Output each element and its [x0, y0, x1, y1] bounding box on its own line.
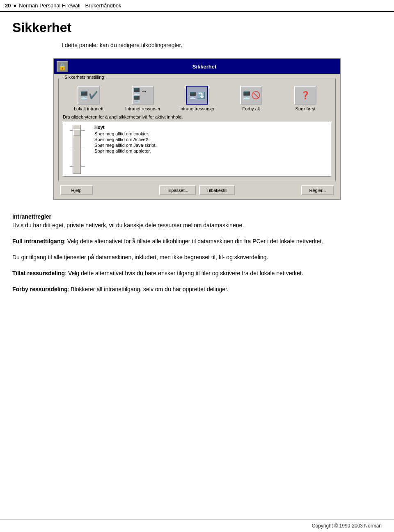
- security-group-box: Sikkerhetsinnstilling 🖥️✔️ Lokalt intran…: [58, 78, 336, 181]
- level-title: Høyt: [94, 125, 328, 130]
- section-intranettregler: Intranettregler Hvis du har ditt eget, p…: [12, 212, 382, 230]
- dialog-bottom-buttons: Hjelp Tilpasset... Tilbakestill Regler..…: [58, 185, 336, 195]
- regler-button[interactable]: Regler...: [301, 185, 334, 195]
- slider-tick-mid-right: —: [81, 146, 85, 150]
- section-body-forby: : Blokkerer all intranettilgang, selv om…: [68, 286, 229, 292]
- dialog-titlebar: 🔒 Sikkerhet: [54, 59, 340, 74]
- slider-desc-area: — — — — — — Høyt Spør meg alltid om cook…: [63, 122, 331, 177]
- tilpasset-button[interactable]: Tilpasset...: [159, 185, 196, 195]
- slider-visual[interactable]: — — — — — —: [73, 125, 81, 174]
- slider-tick-top-right: —: [81, 128, 85, 132]
- tilbakestill-button[interactable]: Tilbakestill: [199, 185, 235, 195]
- lock-icon: 🔒: [58, 63, 66, 71]
- intro-text: I dette panelet kan du redigere tilkobli…: [62, 42, 382, 48]
- sec-btn-label-3: Forby alt: [243, 106, 260, 111]
- dialog-title-text: Sikkerhet: [71, 64, 337, 70]
- sec-btn-intranett2[interactable]: 🖥️⤵️ Intranettressurser: [172, 86, 222, 111]
- section-body-full-intranett: : Velg dette alternativet for å tillate …: [64, 238, 323, 244]
- page-title: Sikkerhet: [12, 20, 382, 35]
- slider-tick-bot: —: [70, 164, 73, 168]
- sec-btn-label-1: Intranettressurser: [125, 106, 160, 111]
- footer: Copyright © 1990-2003 Norman: [0, 519, 394, 532]
- section-full-intranett-detail: Du gir tilgang til alle tjenester på dat…: [12, 253, 382, 262]
- sec-btn-lokalt-intranett[interactable]: 🖥️✔️ Lokalt intranett: [64, 86, 113, 111]
- sec-btn-icon-4: ❓: [294, 86, 316, 105]
- main-content: Sikkerhet I dette panelet kan du rediger…: [0, 12, 394, 326]
- slider-item-4: Spør meg alltid om appleter.: [94, 148, 328, 153]
- help-button[interactable]: Hjelp: [60, 185, 93, 195]
- page-number: 20: [5, 2, 11, 9]
- slider-tick-top: —: [70, 128, 73, 132]
- section-body-detail: Du gir tilgang til alle tjenester på dat…: [12, 254, 268, 260]
- sec-btn-spor-forst[interactable]: ❓ Spør først: [281, 86, 330, 111]
- slider-description: Høyt Spør meg alltid om cookier. Spør me…: [94, 125, 328, 174]
- section-forby-ressursdeling: Forby ressursdeling: Blokkerer all intra…: [12, 285, 382, 294]
- center-buttons-group: Tilpasset... Tilbakestill: [159, 185, 235, 195]
- slider-item-1: Spør meg alltid om cookier.: [94, 131, 328, 136]
- group-box-label: Sikkerhetsinnstilling: [63, 75, 106, 80]
- section-heading-intranettregler: Intranettregler: [12, 213, 51, 220]
- slider-thumb[interactable]: [73, 129, 80, 136]
- slider-track[interactable]: — — — — — —: [66, 125, 87, 174]
- section-heading-full-intranett: Full intranettilgang: [12, 238, 64, 244]
- section-tillat-ressursdeling: Tillat ressursdeling: Velg dette alterna…: [12, 269, 382, 278]
- section-body-tillat: : Velg dette alternativet hvis du bare ø…: [65, 270, 303, 276]
- sec-btn-label-4: Spør først: [296, 106, 316, 111]
- header-bullet: ●: [13, 2, 16, 9]
- sec-btn-icon-3: 🖥️🚫: [240, 86, 262, 105]
- dialog-body: Sikkerhetsinnstilling 🖥️✔️ Lokalt intran…: [54, 74, 340, 199]
- security-buttons-row: 🖥️✔️ Lokalt intranett 🖥️→🖥️ Intranettres…: [63, 86, 331, 111]
- header-title: Norman Personal Firewall - Brukerhåndbok: [19, 2, 121, 9]
- section-full-intranett: Full intranettilgang: Velg dette alterna…: [12, 237, 382, 246]
- slider-tick-bot-right: —: [81, 164, 85, 168]
- sec-btn-forby-alt[interactable]: 🖥️🚫 Forby alt: [227, 86, 276, 111]
- dialog-screenshot: 🔒 Sikkerhet Sikkerhetsinnstilling 🖥️✔️ L…: [53, 58, 341, 200]
- sec-btn-intranett1[interactable]: 🖥️→🖥️ Intranettressurser: [118, 86, 167, 111]
- section-heading-forby: Forby ressursdeling: [12, 286, 68, 292]
- slider-item-3: Spør meg alltid om Java-skript.: [94, 143, 328, 148]
- copyright-text: Copyright © 1990-2003 Norman: [312, 523, 382, 529]
- sec-btn-icon-2: 🖥️⤵️: [186, 86, 208, 105]
- sec-btn-icon-1: 🖥️→🖥️: [132, 86, 154, 105]
- sec-btn-label-2: Intranettressurser: [179, 106, 215, 111]
- section-body-intranettregler: Hvis du har ditt eget, private nettverk,…: [12, 222, 244, 228]
- sec-btn-label-0: Lokalt intranett: [74, 106, 103, 111]
- slider-item-2: Spør meg alltid om ActiveX.: [94, 137, 328, 142]
- section-heading-tillat: Tillat ressursdeling: [12, 270, 65, 276]
- slider-instruction: Dra glidebryteren for å angi sikkerhetsn…: [63, 114, 331, 119]
- dialog-title-icon: 🔒: [57, 61, 68, 72]
- slider-tick-mid: —: [70, 146, 73, 150]
- page-header: 20 ● Norman Personal Firewall - Brukerhå…: [0, 0, 394, 12]
- sec-btn-icon-0: 🖥️✔️: [78, 86, 100, 105]
